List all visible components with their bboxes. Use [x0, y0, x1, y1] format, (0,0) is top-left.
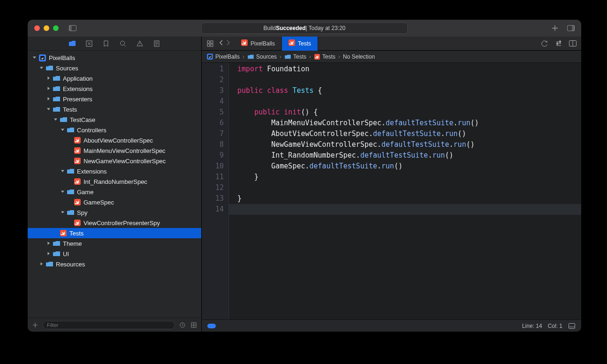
- tree-row[interactable]: Spy: [28, 207, 201, 218]
- code-line[interactable]: NewGameViewControllerSpec.defaultTestSui…: [237, 139, 581, 150]
- disclosure-icon[interactable]: [61, 210, 65, 215]
- tree-row[interactable]: Game: [28, 187, 201, 197]
- tree-row[interactable]: UI: [28, 249, 201, 259]
- tree-row[interactable]: Extensions: [28, 83, 201, 94]
- minimap-toggle-icon[interactable]: [568, 322, 576, 330]
- tree-row[interactable]: Application: [28, 73, 201, 83]
- forward-button-icon[interactable]: [226, 39, 231, 47]
- code-editor[interactable]: 1234567891011121314 import Foundationpub…: [202, 63, 581, 319]
- tree-row[interactable]: Int_RandoNumberSpec: [28, 176, 201, 187]
- issue-navigator-icon[interactable]: [136, 40, 144, 47]
- tree-label: MainMenuViewControllerSpec: [83, 147, 166, 154]
- tree-label: Sources: [56, 65, 78, 72]
- back-button-icon[interactable]: [219, 39, 223, 47]
- tree-row[interactable]: AboutViewControllerSpec: [28, 135, 201, 145]
- code-line[interactable]: [237, 182, 581, 193]
- tree-row[interactable]: Tests: [28, 104, 201, 114]
- svg-rect-17: [191, 323, 196, 327]
- project-navigator-icon[interactable]: [68, 40, 76, 47]
- jumpbar-crumb[interactable]: Tests: [314, 53, 335, 60]
- disclosure-icon[interactable]: [46, 97, 51, 101]
- svg-rect-11: [74, 158, 81, 164]
- tree-row[interactable]: Theme: [28, 238, 201, 249]
- disclosure-icon[interactable]: [39, 262, 44, 266]
- related-items-icon[interactable]: [206, 40, 214, 47]
- code-line[interactable]: [237, 75, 581, 85]
- code-line[interactable]: }: [237, 193, 581, 204]
- editor-tab[interactable]: Tests: [282, 37, 318, 51]
- recent-filter-icon[interactable]: [179, 321, 186, 329]
- disclosure-icon[interactable]: [32, 55, 37, 60]
- disclosure-icon[interactable]: [53, 117, 58, 122]
- jump-bar[interactable]: PixelBalls›Sources›Tests›Tests›No Select…: [202, 51, 581, 63]
- library-toggle-icon[interactable]: [567, 24, 575, 32]
- disclosure-icon[interactable]: [61, 169, 65, 174]
- jumpbar-crumb[interactable]: Sources: [247, 53, 277, 60]
- disclosure-icon[interactable]: [46, 76, 51, 81]
- disclosure-icon[interactable]: [46, 107, 51, 112]
- disclosure-icon: [68, 148, 72, 153]
- tree-row[interactable]: PixelBalls: [28, 53, 201, 63]
- jumpbar-crumb[interactable]: PixelBalls: [206, 53, 240, 60]
- folder-icon: [67, 127, 74, 133]
- editor-tab[interactable]: PixelBalls: [235, 37, 282, 51]
- disclosure-icon[interactable]: [61, 128, 65, 132]
- folder-icon: [248, 54, 254, 59]
- jumpbar-crumb[interactable]: Tests: [284, 53, 306, 60]
- find-navigator-icon[interactable]: [119, 40, 127, 47]
- add-icon[interactable]: [31, 321, 39, 329]
- tree-row[interactable]: NewGameViewControllerSpec: [28, 156, 201, 166]
- source-control-navigator-icon[interactable]: [85, 40, 93, 47]
- filter-input[interactable]: [43, 321, 175, 329]
- tree-row[interactable]: Sources: [28, 63, 201, 73]
- minimize-window-button[interactable]: [44, 25, 49, 31]
- zoom-window-button[interactable]: [53, 25, 59, 31]
- tree-row[interactable]: Extensions: [28, 166, 201, 176]
- code-line[interactable]: }: [237, 172, 581, 182]
- test-navigator-icon[interactable]: [153, 40, 160, 47]
- disclosure-icon[interactable]: [39, 66, 44, 70]
- debug-indicator[interactable]: [207, 324, 216, 328]
- tree-row[interactable]: Resources: [28, 259, 201, 269]
- project-tree[interactable]: PixelBallsSourcesApplicationExtensionsPr…: [28, 51, 201, 318]
- disclosure-icon[interactable]: [46, 251, 51, 256]
- activity-status[interactable]: Build Succeeded | Today at 23:20: [201, 23, 408, 34]
- code-line[interactable]: import Foundation: [237, 64, 581, 75]
- code-line[interactable]: [237, 96, 581, 107]
- folder-icon: [53, 76, 60, 81]
- scm-filter-icon[interactable]: [190, 321, 197, 329]
- tree-row[interactable]: Presenters: [28, 94, 201, 104]
- bookmark-navigator-icon[interactable]: [102, 40, 110, 47]
- adjust-editor-icon[interactable]: [555, 40, 562, 47]
- tree-row[interactable]: TestCase: [28, 114, 201, 125]
- disclosure-icon[interactable]: [46, 241, 51, 246]
- svg-rect-15: [60, 230, 67, 236]
- disclosure-icon: [68, 159, 72, 163]
- svg-rect-13: [74, 199, 81, 205]
- tree-row[interactable]: GameSpec: [28, 197, 201, 207]
- code-line[interactable]: public init() {: [237, 107, 581, 118]
- tree-row[interactable]: MainMenuViewControllerSpec: [28, 145, 201, 156]
- navigator-sidebar: PixelBallsSourcesApplicationExtensionsPr…: [28, 37, 202, 332]
- plus-icon[interactable]: [551, 24, 559, 32]
- folder-icon: [53, 96, 60, 102]
- code-line[interactable]: Int_RandomNumberSpec.defaultTestSuite.ru…: [237, 150, 581, 161]
- sidebar-toggle-icon[interactable]: [69, 24, 76, 32]
- jumpbar-crumb[interactable]: No Selection: [343, 53, 375, 60]
- disclosure-icon[interactable]: [46, 86, 51, 91]
- code-line[interactable]: GameSpec.defaultTestSuite.run(): [237, 161, 581, 172]
- add-editor-icon[interactable]: [569, 40, 577, 47]
- tree-row[interactable]: Tests: [28, 228, 201, 238]
- code-line[interactable]: MainMenuViewControllerSpec.defaultTestSu…: [237, 118, 581, 129]
- tree-row[interactable]: Controllers: [28, 125, 201, 135]
- close-window-button[interactable]: [34, 25, 40, 31]
- code-line[interactable]: public class Tests {: [237, 85, 581, 96]
- code-content[interactable]: import Foundationpublic class Tests { pu…: [229, 63, 581, 319]
- refresh-icon[interactable]: [541, 40, 548, 47]
- disclosure-icon[interactable]: [61, 190, 65, 194]
- swift-file-icon: [74, 158, 81, 164]
- code-line[interactable]: AboutViewControllerSpec.defaultTestSuite…: [237, 129, 581, 139]
- tree-label: Theme: [63, 240, 82, 247]
- swift-file-icon: [74, 199, 81, 205]
- tree-row[interactable]: ViewControllerPresenterSpy: [28, 218, 201, 228]
